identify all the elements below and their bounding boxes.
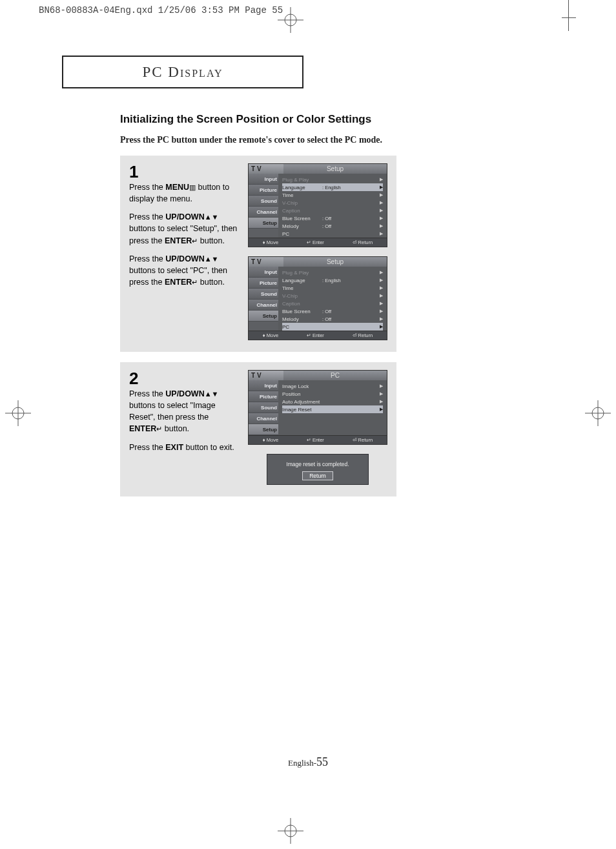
crop-mark-icon: [562, 0, 576, 31]
step1-para3: Press the UP/DOWN▲▼ buttons to select "P…: [129, 253, 240, 288]
osd-tab-picture: Picture: [249, 391, 278, 402]
osd-row: Caption▶: [282, 207, 383, 214]
chevron-right-icon: ▶: [380, 185, 383, 190]
osd-footer: ♦ Move↵ Enter⏎ Return: [249, 238, 387, 247]
updown-icon: ▲▼: [205, 255, 219, 263]
osd-tab-picture: Picture: [249, 185, 278, 196]
print-header: BN68-00883A-04Eng.qxd 1/25/06 3:53 PM Pa…: [39, 5, 283, 15]
step1-para2: Press the UP/DOWN▲▼ buttons to select "S…: [129, 211, 240, 246]
osd-tab-sound: Sound: [249, 402, 278, 413]
osd-footer: ♦ Move↵ Enter⏎ Return: [249, 435, 387, 444]
chevron-right-icon: ▶: [380, 407, 383, 412]
osd-row: PC▶: [282, 230, 383, 238]
osd-title: Setup: [283, 257, 387, 267]
osd-popup: Image reset is completed. Return: [267, 454, 369, 485]
chevron-right-icon: ▶: [380, 223, 383, 229]
chevron-right-icon: ▶: [380, 301, 383, 306]
osd-row: Caption▶: [282, 300, 383, 307]
registration-mark-right-icon: [585, 400, 611, 426]
osd-row: Time▶: [282, 191, 383, 199]
step-2: 2 Press the UP/DOWN▲▼ buttons to select …: [120, 362, 396, 496]
chevron-right-icon: ▶: [380, 208, 383, 213]
osd-title: PC: [283, 371, 387, 380]
step2-para2: Press the EXIT button to exit.: [129, 442, 240, 453]
osd-row: V-Chip▶: [282, 199, 383, 207]
registration-mark-top-icon: [278, 7, 303, 33]
osd-tab-input: Input: [249, 380, 278, 391]
chevron-right-icon: ▶: [380, 192, 383, 198]
chevron-right-icon: ▶: [380, 324, 383, 329]
chevron-right-icon: ▶: [380, 316, 383, 322]
enter-icon: ↵: [192, 278, 198, 286]
osd-tab-channel: Channel: [249, 207, 278, 218]
osd-tv-label: T V: [249, 257, 283, 267]
osd-row: Plug & Play▶: [282, 269, 383, 276]
osd-row: Melody: Off▶: [282, 222, 383, 230]
chevron-right-icon: ▶: [380, 216, 383, 221]
chevron-right-icon: ▶: [380, 231, 383, 236]
chevron-right-icon: ▶: [380, 278, 383, 283]
chevron-right-icon: ▶: [380, 177, 383, 182]
chevron-right-icon: ▶: [380, 391, 383, 396]
osd-tab-setup: Setup: [249, 311, 278, 322]
osd-tab-picture: Picture: [249, 278, 278, 289]
section-title: PC Display: [142, 64, 223, 81]
step1-para1: Press the MENU▥ button to display the me…: [129, 181, 240, 205]
osd-screenshot-pc-menu: T VPCInputPictureSoundChannelSetupImage …: [248, 370, 387, 445]
registration-mark-left-icon: [5, 400, 31, 426]
osd-tv-label: T V: [249, 371, 283, 380]
step-1: 1 Press the MENU▥ button to display the …: [120, 156, 396, 352]
osd-tv-label: T V: [249, 164, 283, 174]
updown-icon: ▲▼: [205, 390, 219, 398]
osd-row: Melody: Off▶: [282, 315, 383, 323]
osd-tab-channel: Channel: [249, 300, 278, 311]
osd-tab-input: Input: [249, 174, 278, 185]
chevron-right-icon: ▶: [380, 270, 383, 275]
osd-row: Plug & Play▶: [282, 176, 383, 183]
popup-message: Image reset is completed.: [272, 461, 363, 467]
osd-tab-setup: Setup: [249, 218, 278, 229]
osd-row: Image Reset▶: [282, 405, 383, 413]
osd-row: Language: English▶: [282, 276, 383, 284]
section-title-box: PC Display: [62, 56, 303, 88]
chevron-right-icon: ▶: [380, 309, 383, 314]
osd-tab-setup: Setup: [249, 424, 278, 435]
popup-return-button: Return: [302, 471, 333, 480]
chevron-right-icon: ▶: [380, 200, 383, 205]
osd-row: Blue Screen: Off▶: [282, 307, 383, 315]
updown-icon: ▲▼: [205, 213, 219, 221]
chevron-right-icon: ▶: [380, 293, 383, 298]
osd-row: Image Lock▶: [282, 382, 383, 390]
chevron-right-icon: ▶: [380, 399, 383, 404]
page-footer: English-55: [0, 755, 616, 769]
registration-mark-bottom-icon: [278, 818, 303, 844]
step-number: 1: [129, 163, 240, 180]
step-number: 2: [129, 370, 240, 387]
osd-row: Blue Screen: Off▶: [282, 214, 383, 222]
osd-tab-input: Input: [249, 267, 278, 278]
osd-row: V-Chip▶: [282, 292, 383, 300]
enter-icon: ↵: [192, 237, 198, 245]
osd-row: Time▶: [282, 284, 383, 292]
page-heading: Initializing the Screen Position or Colo…: [120, 113, 520, 126]
osd-tab-sound: Sound: [249, 196, 278, 207]
menu-icon: ▥: [189, 183, 196, 191]
chevron-right-icon: ▶: [380, 285, 383, 291]
osd-row: PC▶: [282, 323, 383, 331]
chevron-right-icon: ▶: [380, 384, 383, 389]
osd-screenshot-setup-pc: T VSetupInputPictureSoundChannelSetupPlu…: [248, 256, 387, 340]
osd-screenshot-setup-language: T VSetupInputPictureSoundChannelSetupPlu…: [248, 163, 387, 247]
osd-row: Position▶: [282, 390, 383, 398]
osd-footer: ♦ Move↵ Enter⏎ Return: [249, 331, 387, 340]
osd-title: Setup: [283, 164, 387, 174]
osd-tab-channel: Channel: [249, 413, 278, 424]
osd-row: Language: English▶: [282, 183, 383, 191]
step2-para1: Press the UP/DOWN▲▼ buttons to select "I…: [129, 388, 240, 435]
osd-tab-sound: Sound: [249, 289, 278, 300]
intro-text: Press the PC button under the remote's c…: [120, 135, 520, 145]
osd-row: Auto Adjustment▶: [282, 398, 383, 405]
